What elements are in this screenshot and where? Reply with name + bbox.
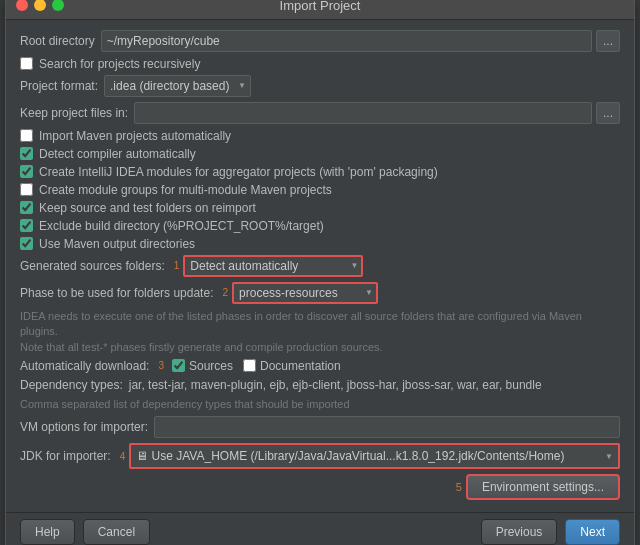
env-settings-badge: 5 xyxy=(456,481,462,493)
import-project-window: Import Project Root directory ... Search… xyxy=(5,0,635,545)
env-settings-button[interactable]: Environment settings... xyxy=(466,474,620,500)
generated-sources-select[interactable]: Detect automatically Generate source roo… xyxy=(183,255,363,277)
keep-source-checkbox[interactable] xyxy=(20,201,33,214)
phase-update-select[interactable]: process-resources generate-sources gener… xyxy=(232,282,378,304)
vm-options-row: VM options for importer: xyxy=(20,416,620,438)
jdk-importer-select-wrapper: 🖥 Use JAVA_HOME (/Library/Java/JavaVirtu… xyxy=(129,443,620,469)
jdk-importer-row: JDK for importer: 4 🖥 Use JAVA_HOME (/Li… xyxy=(20,443,620,469)
dependency-types-value: jar, test-jar, maven-plugin, ejb, ejb-cl… xyxy=(129,378,620,392)
search-recursively-label: Search for projects recursively xyxy=(39,57,200,71)
search-recursively-checkbox[interactable] xyxy=(20,57,33,70)
bottom-buttons: Help Cancel Previous Next xyxy=(6,512,634,545)
create-intellij-label: Create IntelliJ IDEA modules for aggrega… xyxy=(39,165,438,179)
auto-download-row: Automatically download: 3 Sources Docume… xyxy=(20,359,620,373)
jdk-importer-label: JDK for importer: xyxy=(20,449,111,463)
content-area: Root directory ... Search for projects r… xyxy=(6,20,634,513)
checkboxes-group: Import Maven projects automatically Dete… xyxy=(20,129,620,251)
keep-project-files-input[interactable] xyxy=(134,102,592,124)
create-module-groups-label: Create module groups for multi-module Ma… xyxy=(39,183,332,197)
generated-sources-row: Generated sources folders: 1 Detect auto… xyxy=(20,255,620,277)
exclude-build-checkbox[interactable] xyxy=(20,219,33,232)
use-maven-output-checkbox[interactable] xyxy=(20,237,33,250)
maximize-button[interactable] xyxy=(52,0,64,11)
dependency-types-row: Dependency types: jar, test-jar, maven-p… xyxy=(20,378,620,392)
project-format-select-wrapper: .idea (directory based) xyxy=(104,75,251,97)
env-settings-row: 5 Environment settings... xyxy=(20,474,620,500)
use-maven-output-label: Use Maven output directories xyxy=(39,237,195,251)
phase-update-row: Phase to be used for folders update: 2 p… xyxy=(20,282,620,304)
phase-hint: IDEA needs to execute one of the listed … xyxy=(20,309,620,355)
generated-sources-label: Generated sources folders: xyxy=(20,259,165,273)
use-maven-output-row: Use Maven output directories xyxy=(20,237,620,251)
dependency-types-hint: Comma separated list of dependency types… xyxy=(20,397,620,412)
generated-sources-badge: 1 xyxy=(174,260,180,271)
create-intellij-row: Create IntelliJ IDEA modules for aggrega… xyxy=(20,165,620,179)
window-title: Import Project xyxy=(280,0,361,13)
titlebar: Import Project xyxy=(6,0,634,20)
cancel-button[interactable]: Cancel xyxy=(83,519,150,545)
search-recursively-row: Search for projects recursively xyxy=(20,57,620,71)
auto-download-badge: 3 xyxy=(158,360,164,371)
project-format-select[interactable]: .idea (directory based) xyxy=(104,75,251,97)
create-module-groups-row: Create module groups for multi-module Ma… xyxy=(20,183,620,197)
keep-project-files-browse-button[interactable]: ... xyxy=(596,102,620,124)
close-button[interactable] xyxy=(16,0,28,11)
import-maven-checkbox[interactable] xyxy=(20,129,33,142)
previous-button[interactable]: Previous xyxy=(481,519,558,545)
titlebar-buttons xyxy=(16,0,64,11)
minimize-button[interactable] xyxy=(34,0,46,11)
right-buttons: Previous Next xyxy=(481,519,620,545)
help-button[interactable]: Help xyxy=(20,519,75,545)
root-directory-row: Root directory ... xyxy=(20,30,620,52)
auto-download-label: Automatically download: xyxy=(20,359,149,373)
root-directory-label: Root directory xyxy=(20,34,95,48)
detect-compiler-checkbox[interactable] xyxy=(20,147,33,160)
keep-project-files-label: Keep project files in: xyxy=(20,106,128,120)
phase-update-select-wrapper: process-resources generate-sources gener… xyxy=(232,282,378,304)
next-button[interactable]: Next xyxy=(565,519,620,545)
jdk-importer-select[interactable]: 🖥 Use JAVA_HOME (/Library/Java/JavaVirtu… xyxy=(131,445,618,467)
import-maven-label: Import Maven projects automatically xyxy=(39,129,231,143)
root-directory-input[interactable] xyxy=(101,30,592,52)
root-directory-browse-button[interactable]: ... xyxy=(596,30,620,52)
phase-update-label: Phase to be used for folders update: xyxy=(20,286,213,300)
documentation-label: Documentation xyxy=(260,359,341,373)
dependency-types-label: Dependency types: xyxy=(20,378,123,392)
vm-options-input[interactable] xyxy=(154,416,620,438)
detect-compiler-label: Detect compiler automatically xyxy=(39,147,196,161)
vm-options-label: VM options for importer: xyxy=(20,420,148,434)
detect-compiler-row: Detect compiler automatically xyxy=(20,147,620,161)
jdk-importer-badge: 4 xyxy=(120,451,126,462)
keep-project-files-row: Keep project files in: ... xyxy=(20,102,620,124)
project-format-label: Project format: xyxy=(20,79,98,93)
create-intellij-checkbox[interactable] xyxy=(20,165,33,178)
documentation-checkbox[interactable] xyxy=(243,359,256,372)
generated-sources-select-wrapper: Detect automatically Generate source roo… xyxy=(183,255,363,277)
keep-source-row: Keep source and test folders on reimport xyxy=(20,201,620,215)
sources-label: Sources xyxy=(189,359,233,373)
sources-checkbox[interactable] xyxy=(172,359,185,372)
left-buttons: Help Cancel xyxy=(20,519,150,545)
project-format-row: Project format: .idea (directory based) xyxy=(20,75,620,97)
keep-source-label: Keep source and test folders on reimport xyxy=(39,201,256,215)
phase-update-badge: 2 xyxy=(222,287,228,298)
import-maven-row: Import Maven projects automatically xyxy=(20,129,620,143)
create-module-groups-checkbox[interactable] xyxy=(20,183,33,196)
exclude-build-row: Exclude build directory (%PROJECT_ROOT%/… xyxy=(20,219,620,233)
exclude-build-label: Exclude build directory (%PROJECT_ROOT%/… xyxy=(39,219,324,233)
